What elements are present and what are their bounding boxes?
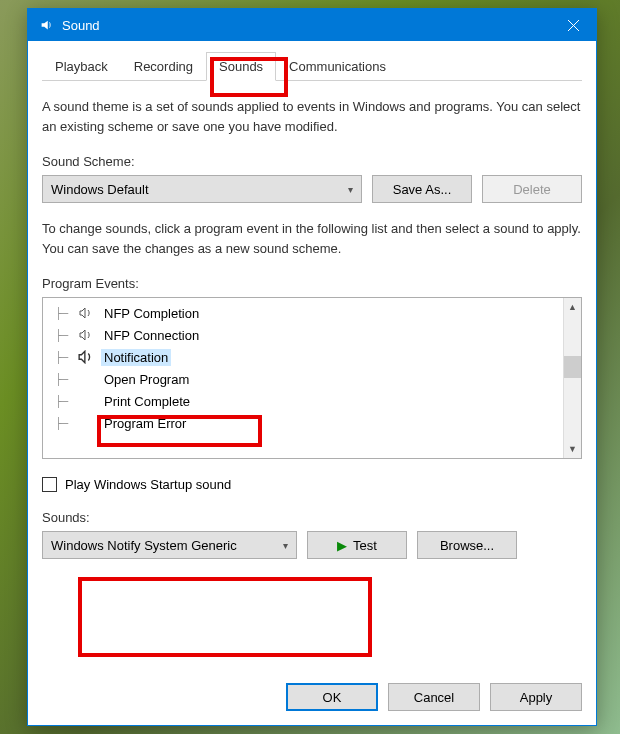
scheme-dropdown[interactable]: Windows Default ▾ [42,175,362,203]
dialog-footer: OK Cancel Apply [286,683,582,711]
tab-strip: Playback Recording Sounds Communications [42,51,582,81]
tree-line-icon: ├─ [55,329,77,342]
tree-line-icon: ├─ [55,373,77,386]
startup-sound-checkbox-row[interactable]: Play Windows Startup sound [42,477,582,492]
delete-button: Delete [482,175,582,203]
play-icon: ▶ [337,538,347,553]
chevron-down-icon: ▾ [283,540,288,551]
event-item-selected[interactable]: ├─ Notification [43,346,563,368]
scroll-track[interactable] [564,316,581,440]
scroll-up-icon[interactable]: ▲ [564,298,581,316]
browse-button[interactable]: Browse... [417,531,517,559]
scroll-thumb[interactable] [564,356,581,378]
scheme-value: Windows Default [51,182,149,197]
event-label: Print Complete [101,393,193,410]
event-label: Open Program [101,371,192,388]
cancel-button[interactable]: Cancel [388,683,480,711]
sounds-value: Windows Notify System Generic [51,538,237,553]
speaker-icon [77,350,95,364]
program-events-list[interactable]: ├─ NFP Completion ├─ NFP Connection ├─ N… [42,297,582,459]
tab-recording[interactable]: Recording [121,52,206,81]
tree-line-icon: ├─ [55,351,77,364]
window-title: Sound [62,18,550,33]
ok-button[interactable]: OK [286,683,378,711]
event-item[interactable]: ├─ NFP Connection [43,324,563,346]
sound-icon [38,17,54,33]
dialog-content: Playback Recording Sounds Communications… [28,41,596,573]
sounds-label: Sounds: [42,510,582,525]
theme-description: A sound theme is a set of sounds applied… [42,97,582,136]
events-scrollbar[interactable]: ▲ ▼ [563,298,581,458]
tab-playback[interactable]: Playback [42,52,121,81]
apply-button[interactable]: Apply [490,683,582,711]
event-item[interactable]: ├─ Open Program [43,368,563,390]
test-label: Test [353,538,377,553]
tab-communications[interactable]: Communications [276,52,399,81]
chevron-down-icon: ▾ [348,184,353,195]
events-label: Program Events: [42,276,582,291]
speaker-icon [77,329,95,341]
event-label: NFP Connection [101,327,202,344]
tree-line-icon: ├─ [55,307,77,320]
tree-line-icon: ├─ [55,417,77,430]
tree-line-icon: ├─ [55,395,77,408]
close-icon [568,20,579,31]
speaker-icon [77,307,95,319]
scroll-down-icon[interactable]: ▼ [564,440,581,458]
event-item[interactable]: ├─ Print Complete [43,390,563,412]
sounds-dropdown[interactable]: Windows Notify System Generic ▾ [42,531,297,559]
event-item[interactable]: ├─ Program Error [43,412,563,434]
event-item[interactable]: ├─ NFP Completion [43,302,563,324]
tab-sounds[interactable]: Sounds [206,52,276,81]
event-label: NFP Completion [101,305,202,322]
close-button[interactable] [550,9,596,41]
sound-dialog: Sound Playback Recording Sounds Communic… [27,8,597,726]
event-label: Program Error [101,415,189,432]
titlebar[interactable]: Sound [28,9,596,41]
startup-checkbox[interactable] [42,477,57,492]
save-as-button[interactable]: Save As... [372,175,472,203]
startup-checkbox-label: Play Windows Startup sound [65,477,231,492]
event-label: Notification [101,349,171,366]
change-description: To change sounds, click a program event … [42,219,582,258]
test-button[interactable]: ▶ Test [307,531,407,559]
highlight-sounds-section [78,577,372,657]
scheme-label: Sound Scheme: [42,154,582,169]
